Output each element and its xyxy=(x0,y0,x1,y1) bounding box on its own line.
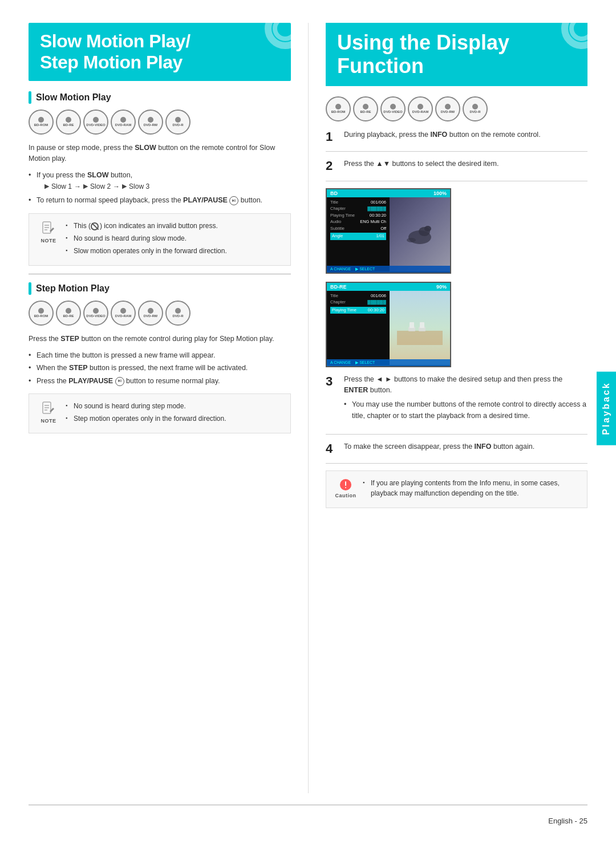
header-deco-icon xyxy=(251,17,297,63)
screen-1-label-audio: Audio xyxy=(330,219,341,225)
screen-1-row-title: Title 001/006 xyxy=(330,200,386,206)
screen-2-type: BD-RE xyxy=(330,284,347,290)
play-icon-2: ▶ xyxy=(83,181,88,191)
slow-motion-note: NOTE This () icon indicates an invalid b… xyxy=(29,213,291,266)
step-note-item-2: Step motion operates only in the forward… xyxy=(66,413,282,424)
screen-2-row-title: Title 001/006 xyxy=(330,293,386,299)
screen-1-row-chapter: Chapter ▓▓▓▓▓▓ xyxy=(330,206,386,212)
step-4-text: To make the screen disappear, press the … xyxy=(344,441,587,456)
screen-1: BD 100% Title 001/006 Chapter ▓▓▓▓▓▓ xyxy=(326,188,451,274)
play-pause-icon-2: ⏯ xyxy=(115,377,124,386)
screen-2-row-chapter: Chapter ▓▓▓▓▓▓ xyxy=(330,299,386,306)
slow-note-item-3: Slow motion operates only in the forward… xyxy=(66,246,282,256)
disp-disc-dvdrw: DVD-RW xyxy=(435,96,460,121)
screen-2-label-chapter: Chapter xyxy=(330,299,346,306)
step-3-num: 3 xyxy=(326,374,337,428)
left-column: Slow Motion Play/ Step Motion Play Slow … xyxy=(29,23,308,793)
screen-2-val-title: 001/006 xyxy=(371,293,386,299)
slow-motion-intro: In pause or step mode, press the SLOW bu… xyxy=(29,143,291,165)
screen-1-body: Title 001/006 Chapter ▓▓▓▓▓▓ Playing Tim… xyxy=(327,197,450,271)
step-3-sub-1: You may use the number buttons of the re… xyxy=(344,399,587,421)
screen-1-footer-change: A CHANGE xyxy=(330,267,351,271)
screen-2-label-title: Title xyxy=(330,293,338,299)
slow-bullet-2: To return to normal speed playback, pres… xyxy=(29,195,291,206)
disc-icon-dvdram: DVD-RAM xyxy=(111,109,136,135)
step-2-num: 2 xyxy=(326,159,337,173)
screen-2-val-chapter: ▓▓▓▓▓▓ xyxy=(367,299,386,306)
screen-1-row-time: Playing Time 00:30:20 xyxy=(330,213,386,219)
step-disc-dvdr: DVD-R xyxy=(165,301,191,326)
note-pencil-icon-2 xyxy=(40,401,56,417)
screen-1-photo xyxy=(390,197,450,271)
slow-step-1: Slow 1 xyxy=(51,181,72,192)
step-2: 2 Press the ▲▼ buttons to select the des… xyxy=(326,159,587,181)
screen-1-val-audio: ENG Multi Ch xyxy=(360,219,386,225)
step-disc-dvdvideo: DVD-VIDEO xyxy=(83,301,108,326)
display-disc-icons: BD-ROM BD-RE DVD-VIDEO DVD-RAM DVD-RW xyxy=(326,96,587,121)
screen-1-label-angle: Angle xyxy=(332,233,343,240)
step-3: 3 Press the ◄ ► buttons to make the desi… xyxy=(326,374,587,435)
step-1-num: 1 xyxy=(326,129,337,144)
screen-1-val-angle: 1/01 xyxy=(376,233,384,240)
screen-1-label-chapter: Chapter xyxy=(330,206,346,212)
step-2-text: Press the ▲▼ buttons to select the desir… xyxy=(344,159,587,173)
slow-motion-bullets: If you press the SLOW button, ▶ Slow 1 →… xyxy=(29,170,291,206)
step-1: 1 During playback, press the INFO button… xyxy=(326,129,587,152)
step-3-sub-bullets: You may use the number buttons of the re… xyxy=(344,399,587,421)
main-content: Slow Motion Play/ Step Motion Play Slow … xyxy=(29,23,587,793)
step-bullet-2: When the STEP button is pressed, the nex… xyxy=(29,363,291,374)
no-symbol-icon xyxy=(91,222,99,230)
svg-rect-22 xyxy=(345,481,346,486)
screen-2-footer-select: ▶ SELECT xyxy=(355,360,375,365)
slow-motion-disc-icons: BD-ROM BD-RE DVD-VIDEO DVD-RAM DVD-RW xyxy=(29,109,291,135)
slow-note-item-2: No sound is heard during slow mode. xyxy=(66,233,282,244)
caution-label: Caution xyxy=(335,493,356,498)
screen-1-type: BD xyxy=(330,190,338,196)
play-icon-3: ▶ xyxy=(122,181,127,191)
svg-rect-23 xyxy=(345,487,346,488)
screen-1-val-time: 00:30:20 xyxy=(370,213,386,219)
step-disc-dvdram: DVD-RAM xyxy=(111,301,136,326)
disp-disc-dvdr: DVD-R xyxy=(463,96,488,121)
right-column: Using the Display Function BD-ROM BD-RE xyxy=(308,23,587,793)
svg-point-14 xyxy=(424,226,431,232)
svg-rect-20 xyxy=(420,322,424,328)
disc-icon-dvdrw: DVD-RW xyxy=(138,109,163,135)
screen-2-body: Title 001/006 Chapter ▓▓▓▓▓▓ Playing Tim… xyxy=(327,291,450,365)
slow-bullet-1: If you press the SLOW button, ▶ Slow 1 →… xyxy=(29,170,291,192)
play-pause-icon: ⏯ xyxy=(229,196,238,205)
screen-1-row-angle: Angle 1/01 xyxy=(330,233,386,240)
slow-motion-subtitle: Slow Motion Play xyxy=(29,91,291,104)
disp-disc-bdre: BD-RE xyxy=(353,96,378,121)
beach-scene-icon xyxy=(397,311,443,345)
screen-1-row-subtitle: Subtitle Off xyxy=(330,226,386,232)
disc-icon-dvdvideo: DVD-VIDEO xyxy=(83,109,108,135)
screen-1-val-title: 001/006 xyxy=(371,200,386,206)
note-label-2: NOTE xyxy=(40,418,56,424)
screen-2: BD-RE 90% Title 001/006 Chapter ▓▓▓▓▓▓ xyxy=(326,282,451,367)
page: Slow Motion Play/ Step Motion Play Slow … xyxy=(0,0,616,848)
step-3-text: Press the ◄ ► buttons to make the desire… xyxy=(344,374,587,428)
screen-1-footer: A CHANGE ▶ SELECT xyxy=(327,266,450,273)
step-motion-intro: Press the STEP button on the remote cont… xyxy=(29,334,291,344)
screen-1-footer-select: ▶ SELECT xyxy=(355,267,375,271)
disp-disc-dvdvideo: DVD-VIDEO xyxy=(380,96,406,121)
slow-step-2: Slow 2 xyxy=(90,181,111,192)
caution-content: If you are playing contents from the Inf… xyxy=(363,478,579,501)
footer-lang: English xyxy=(548,817,573,825)
subtitle-bar xyxy=(29,91,31,104)
subtitle-bar-2 xyxy=(29,282,31,295)
svg-rect-16 xyxy=(397,331,443,345)
caution-box: Caution If you are playing contents from… xyxy=(326,470,587,508)
screen-1-info: Title 001/006 Chapter ▓▓▓▓▓▓ Playing Tim… xyxy=(327,197,390,271)
right-header-title: Using the Display Function xyxy=(337,31,576,78)
slow-step-3: Slow 3 xyxy=(129,181,149,192)
step-4-num: 4 xyxy=(326,441,337,456)
screen-1-header: BD 100% xyxy=(327,189,450,197)
step-motion-title: Step Motion Play xyxy=(36,283,110,294)
caution-icon-col: Caution xyxy=(334,478,357,501)
note-icon-col: NOTE xyxy=(37,221,60,258)
screen-2-row-time: Playing Time 00:30:20 xyxy=(330,307,386,314)
svg-point-15 xyxy=(407,238,416,242)
slow-motion-title: Slow Motion Play xyxy=(36,92,111,103)
